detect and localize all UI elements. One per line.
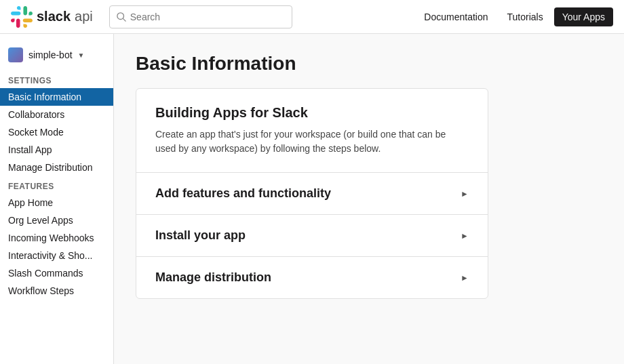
card-intro-heading: Building Apps for Slack: [155, 105, 469, 121]
main-layout: simple-bot ▼ Settings Basic Information …: [0, 34, 624, 364]
logo-slack-text: slack: [37, 9, 71, 24]
svg-line-1: [123, 18, 125, 21]
sidebar-item-basic-information[interactable]: Basic Information: [0, 88, 113, 106]
sidebar-item-socket-mode[interactable]: Socket Mode: [0, 123, 113, 141]
sidebar-item-interactivity[interactable]: Interactivity & Sho...: [0, 247, 113, 264]
chevron-right-icon: ►: [461, 189, 469, 199]
chevron-right-icon-2: ►: [461, 231, 469, 241]
sidebar-item-install-app[interactable]: Install App: [0, 141, 113, 159]
sidebar: simple-bot ▼ Settings Basic Information …: [0, 34, 114, 364]
chevron-down-icon: ▼: [78, 52, 85, 59]
card-row-install-app[interactable]: Install your app ►: [136, 215, 488, 257]
logo-link[interactable]: slack api: [11, 6, 93, 28]
card-row-add-features-label: Add features and functionality: [155, 186, 331, 201]
slack-logo-icon: [11, 6, 33, 28]
search-box[interactable]: [109, 5, 292, 28]
card-row-install-app-label: Install your app: [155, 228, 246, 243]
page-title: Basic Information: [136, 53, 602, 75]
sidebar-item-slash-commands[interactable]: Slash Commands: [0, 264, 113, 282]
card-intro-section: Building Apps for Slack Create an app th…: [136, 89, 488, 173]
search-input[interactable]: [130, 12, 285, 22]
main-content: Basic Information Building Apps for Slac…: [114, 34, 624, 364]
chevron-right-icon-3: ►: [461, 273, 469, 283]
card-row-manage-distribution-label: Manage distribution: [155, 270, 271, 285]
app-icon: [8, 47, 23, 62]
info-card: Building Apps for Slack Create an app th…: [136, 88, 488, 299]
nav-documentation[interactable]: Documentation: [416, 7, 496, 26]
card-intro-desc: Create an app that's just for your works…: [155, 127, 469, 156]
sidebar-item-collaborators[interactable]: Collaborators: [0, 106, 113, 123]
app-selector[interactable]: simple-bot ▼: [0, 45, 113, 70]
nav-tutorials[interactable]: Tutorials: [499, 7, 551, 26]
search-icon: [117, 12, 126, 22]
card-row-manage-distribution[interactable]: Manage distribution ►: [136, 257, 488, 298]
topnav: slack api Documentation Tutorials Your A…: [0, 0, 624, 34]
svg-point-0: [117, 12, 124, 19]
sidebar-item-workflow-steps[interactable]: Workflow Steps: [0, 282, 113, 300]
logo-api-text: api: [75, 9, 93, 24]
app-name-label: simple-bot: [28, 49, 73, 60]
sidebar-item-incoming-webhooks[interactable]: Incoming Webhooks: [0, 229, 113, 247]
sidebar-item-manage-distribution[interactable]: Manage Distribution: [0, 159, 113, 176]
nav-links: Documentation Tutorials Your Apps: [416, 7, 613, 26]
card-row-add-features[interactable]: Add features and functionality ►: [136, 173, 488, 215]
settings-section-title: Settings: [0, 70, 113, 88]
nav-your-apps[interactable]: Your Apps: [554, 7, 613, 26]
features-section-title: Features: [0, 176, 113, 194]
sidebar-item-app-home[interactable]: App Home: [0, 194, 113, 211]
sidebar-item-org-level-apps[interactable]: Org Level Apps: [0, 211, 113, 229]
